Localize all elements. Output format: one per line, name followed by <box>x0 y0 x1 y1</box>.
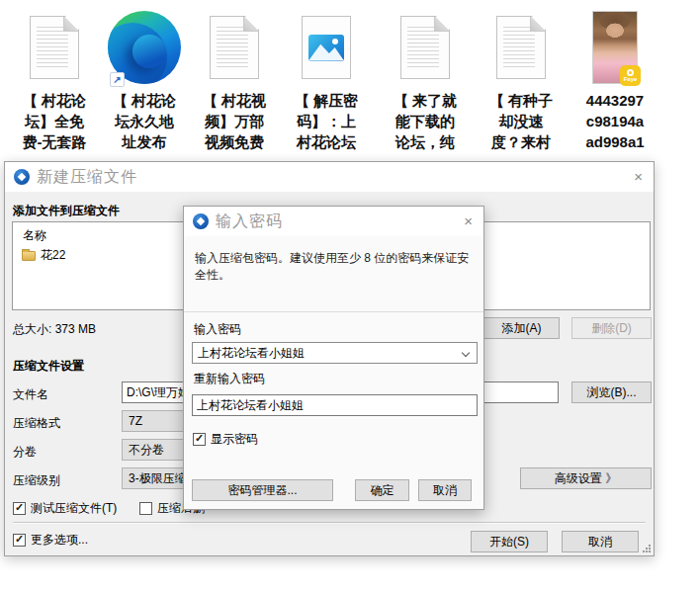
password-manager-button[interactable]: 密码管理器... <box>192 479 333 501</box>
advanced-settings-button[interactable]: 高级设置 》 <box>520 467 652 489</box>
dialog-titlebar[interactable]: 新建压缩文件 × <box>5 162 654 192</box>
delete-button[interactable]: 删除(D) <box>571 317 652 339</box>
photo-thumbnail: Faye <box>592 11 638 84</box>
checkbox-icon <box>13 534 26 547</box>
ok-button[interactable]: 确定 <box>355 479 409 501</box>
icon-label: 4443297c98194aad998a1 <box>570 90 659 152</box>
cancel-button[interactable]: 取消 <box>562 531 639 552</box>
icon-label: 【 村花视频】万部视频免费 <box>190 90 279 152</box>
checkbox-label: 更多选项... <box>31 532 88 549</box>
desktop-icon-photo[interactable]: Faye 4443297c98194aad998a1 <box>570 8 659 152</box>
desktop-icon-txt-4[interactable]: 【 有种子却没速度？来村 <box>477 8 566 152</box>
desktop-icon-txt-1[interactable]: 【 村花论坛】全免费-无套路 <box>10 8 99 152</box>
format-value: 7Z <box>129 414 142 428</box>
confirm-password-label: 重新输入密码 <box>194 371 265 387</box>
folder-icon <box>22 251 36 261</box>
password-combobox[interactable]: 上村花论坛看小姐姐 <box>192 342 478 364</box>
start-button[interactable]: 开始(S) <box>471 531 548 552</box>
close-icon[interactable]: × <box>464 212 473 229</box>
filename-label: 文件名 <box>13 386 48 403</box>
shortcut-arrow-icon: ↗ <box>110 72 125 87</box>
bandizip-app-icon <box>193 213 209 229</box>
volume-label: 分卷 <box>13 444 37 461</box>
text-file-icon <box>210 16 259 79</box>
checkbox-label: 显示密码 <box>211 431 258 448</box>
dialog-title: 新建压缩文件 <box>37 167 137 188</box>
test-archive-checkbox[interactable]: 测试压缩文件(T) <box>13 500 117 517</box>
icon-label: 【 有种子却没速度？来村 <box>477 90 566 152</box>
more-options-checkbox[interactable]: 更多选项... <box>13 532 88 549</box>
password-hint-text: 输入压缩包密码。建议使用至少 8 位的密码来保证安全性。 <box>195 250 476 284</box>
level-value: 3-极限压缩 <box>129 470 187 487</box>
divider <box>184 311 483 312</box>
desktop-icon-txt-2[interactable]: 【 村花视频】万部视频免费 <box>190 8 279 152</box>
icon-label: 【 村花论坛】全免费-无套路 <box>10 90 99 152</box>
divider <box>13 522 646 523</box>
total-size-label: 总大小: 373 MB <box>13 321 96 338</box>
desktop-icon-txt-3[interactable]: 【 来了就能下载的论坛，纯 <box>381 8 470 152</box>
bandizip-app-icon <box>14 169 30 185</box>
browse-button[interactable]: 浏览(B)... <box>571 381 652 403</box>
text-file-icon <box>30 16 79 79</box>
resize-grip[interactable] <box>642 544 651 552</box>
icon-label: 【 解压密码】：上村花论坛 <box>282 90 371 152</box>
checkbox-icon <box>139 502 152 515</box>
dialog-titlebar[interactable]: 输入密码 × <box>184 207 483 236</box>
password-value: 上村花论坛看小姐姐 <box>198 345 305 362</box>
password-dialog: 输入密码 × 输入压缩包密码。建议使用至少 8 位的密码来保证安全性。 输入密码… <box>183 206 484 510</box>
camera-app-badge-icon: Faye <box>620 65 641 86</box>
close-icon[interactable]: × <box>634 168 643 185</box>
desktop: 【 村花论坛】全免费-无套路 ↗ 【 村花论坛永久地址发布 【 村花视频】万部视… <box>0 0 700 593</box>
format-label: 压缩格式 <box>13 415 60 432</box>
show-password-checkbox[interactable]: 显示密码 <box>193 431 258 448</box>
desktop-icon-image[interactable]: 【 解压密码】：上村花论坛 <box>282 8 371 152</box>
image-file-icon <box>302 16 351 79</box>
volume-value: 不分卷 <box>129 442 164 459</box>
level-label: 压缩级别 <box>13 472 60 489</box>
cancel-button[interactable]: 取消 <box>418 479 472 501</box>
password-label: 输入密码 <box>194 321 241 338</box>
text-file-icon <box>496 16 546 79</box>
icon-label: 【 村花论坛永久地址发布 <box>100 90 189 152</box>
dialog-title: 输入密码 <box>216 212 283 232</box>
icon-label: 【 来了就能下载的论坛，纯 <box>381 90 470 152</box>
add-files-section-label: 添加文件到压缩文件 <box>13 203 120 219</box>
confirm-password-input[interactable] <box>192 394 478 416</box>
settings-section-label: 压缩文件设置 <box>13 358 84 375</box>
desktop-icon-edge[interactable]: ↗ 【 村花论坛永久地址发布 <box>100 8 189 152</box>
checkbox-label: 测试压缩文件(T) <box>31 500 117 517</box>
text-file-icon <box>400 16 450 79</box>
list-item-label: 花22 <box>41 247 65 264</box>
add-button[interactable]: 添加(A) <box>483 317 560 339</box>
checkbox-icon <box>193 433 206 446</box>
chevron-down-icon[interactable] <box>462 349 470 357</box>
checkbox-icon <box>13 502 26 515</box>
